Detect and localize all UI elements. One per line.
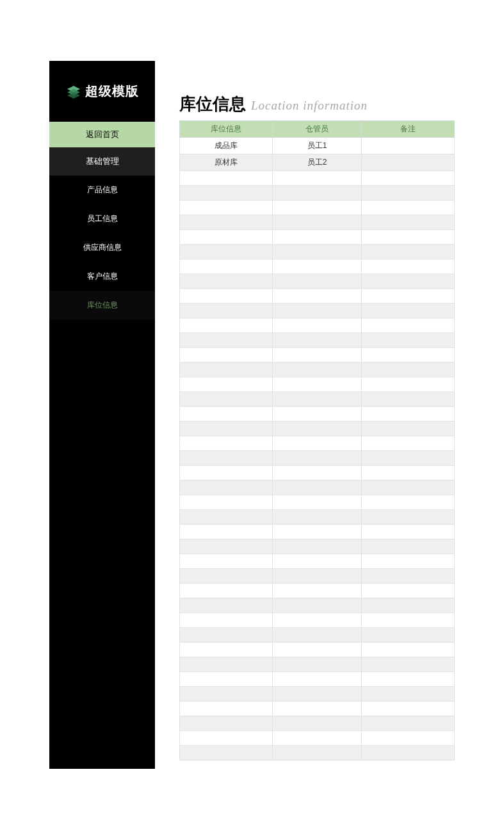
cell-empty[interactable] — [272, 657, 362, 672]
table-row[interactable] — [180, 672, 455, 687]
cell-empty[interactable] — [362, 525, 455, 539]
cell-empty[interactable] — [180, 554, 273, 569]
cell-empty[interactable] — [362, 186, 455, 201]
cell-empty[interactable] — [180, 392, 273, 407]
table-row[interactable] — [180, 702, 455, 716]
cell-empty[interactable] — [180, 171, 273, 186]
cell-location[interactable]: 成品库 — [180, 138, 273, 154]
cell-empty[interactable] — [272, 746, 362, 760]
cell-empty[interactable] — [272, 318, 362, 333]
nav-item-product[interactable]: 产品信息 — [49, 176, 155, 204]
cell-empty[interactable] — [272, 407, 362, 422]
cell-empty[interactable] — [180, 643, 273, 657]
cell-empty[interactable] — [272, 201, 362, 215]
cell-empty[interactable] — [362, 436, 455, 451]
cell-empty[interactable] — [362, 259, 455, 274]
cell-empty[interactable] — [362, 377, 455, 392]
cell-empty[interactable] — [180, 613, 273, 628]
cell-empty[interactable] — [272, 422, 362, 436]
table-row[interactable] — [180, 422, 455, 436]
cell-empty[interactable] — [362, 451, 455, 466]
cell-empty[interactable] — [180, 215, 273, 230]
cell-empty[interactable] — [272, 230, 362, 245]
cell-empty[interactable] — [180, 731, 273, 746]
cell-empty[interactable] — [180, 186, 273, 201]
table-row[interactable] — [180, 716, 455, 731]
cell-manager[interactable]: 员工2 — [272, 154, 362, 171]
cell-empty[interactable] — [362, 716, 455, 731]
cell-empty[interactable] — [180, 628, 273, 643]
cell-empty[interactable] — [272, 481, 362, 495]
cell-empty[interactable] — [180, 598, 273, 613]
cell-empty[interactable] — [180, 702, 273, 716]
table-row[interactable] — [180, 510, 455, 525]
cell-empty[interactable] — [272, 495, 362, 510]
cell-empty[interactable] — [362, 245, 455, 259]
cell-empty[interactable] — [272, 539, 362, 554]
cell-empty[interactable] — [272, 436, 362, 451]
cell-empty[interactable] — [272, 392, 362, 407]
cell-empty[interactable] — [272, 274, 362, 289]
cell-remark[interactable] — [362, 138, 455, 154]
cell-empty[interactable] — [180, 230, 273, 245]
cell-empty[interactable] — [362, 215, 455, 230]
cell-empty[interactable] — [362, 495, 455, 510]
cell-empty[interactable] — [180, 318, 273, 333]
cell-empty[interactable] — [362, 466, 455, 481]
table-row[interactable] — [180, 598, 455, 613]
table-row[interactable] — [180, 289, 455, 304]
cell-manager[interactable]: 员工1 — [272, 138, 362, 154]
cell-empty[interactable] — [180, 510, 273, 525]
nav-item-supplier[interactable]: 供应商信息 — [49, 233, 155, 262]
cell-empty[interactable] — [272, 702, 362, 716]
cell-empty[interactable] — [362, 657, 455, 672]
table-row[interactable] — [180, 392, 455, 407]
cell-empty[interactable] — [180, 687, 273, 702]
cell-empty[interactable] — [180, 304, 273, 318]
cell-empty[interactable] — [180, 451, 273, 466]
table-row[interactable] — [180, 539, 455, 554]
table-row[interactable] — [180, 348, 455, 363]
cell-empty[interactable] — [180, 525, 273, 539]
cell-empty[interactable] — [362, 392, 455, 407]
cell-empty[interactable] — [362, 481, 455, 495]
cell-empty[interactable] — [272, 525, 362, 539]
cell-empty[interactable] — [362, 584, 455, 598]
cell-empty[interactable] — [362, 613, 455, 628]
cell-empty[interactable] — [272, 363, 362, 377]
cell-empty[interactable] — [362, 731, 455, 746]
table-row[interactable] — [180, 628, 455, 643]
cell-empty[interactable] — [362, 274, 455, 289]
cell-empty[interactable] — [180, 539, 273, 554]
cell-empty[interactable] — [272, 451, 362, 466]
cell-empty[interactable] — [272, 304, 362, 318]
cell-empty[interactable] — [272, 333, 362, 348]
cell-empty[interactable] — [180, 672, 273, 687]
table-row[interactable] — [180, 245, 455, 259]
table-row[interactable] — [180, 171, 455, 186]
table-row[interactable] — [180, 613, 455, 628]
cell-empty[interactable] — [180, 584, 273, 598]
cell-empty[interactable] — [180, 363, 273, 377]
table-row[interactable] — [180, 525, 455, 539]
cell-empty[interactable] — [272, 598, 362, 613]
cell-empty[interactable] — [362, 702, 455, 716]
cell-empty[interactable] — [362, 304, 455, 318]
table-row[interactable] — [180, 274, 455, 289]
table-row[interactable] — [180, 230, 455, 245]
table-row[interactable] — [180, 377, 455, 392]
cell-empty[interactable] — [180, 259, 273, 274]
table-row[interactable] — [180, 333, 455, 348]
cell-empty[interactable] — [362, 171, 455, 186]
cell-empty[interactable] — [180, 657, 273, 672]
cell-empty[interactable] — [180, 716, 273, 731]
table-row[interactable] — [180, 554, 455, 569]
cell-empty[interactable] — [272, 613, 362, 628]
cell-empty[interactable] — [272, 377, 362, 392]
cell-empty[interactable] — [362, 201, 455, 215]
cell-empty[interactable] — [272, 466, 362, 481]
cell-empty[interactable] — [362, 333, 455, 348]
cell-empty[interactable] — [362, 672, 455, 687]
nav-item-employee[interactable]: 员工信息 — [49, 204, 155, 233]
table-row[interactable] — [180, 481, 455, 495]
